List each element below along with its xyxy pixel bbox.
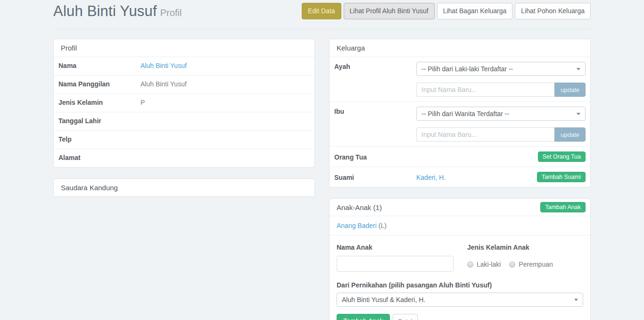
- suami-label: Suami: [334, 173, 416, 181]
- tambah-anak-submit-button[interactable]: Tambah Anak: [337, 314, 390, 320]
- suami-row: Suami Kaderi, H. Tambah Suami: [330, 167, 590, 187]
- keluarga-panel-title: Keluarga: [330, 39, 590, 57]
- ibu-input-group: update: [416, 127, 586, 142]
- main-content: Profil Nama Aluh Binti Yusuf Nama Panggi…: [53, 39, 591, 320]
- child-list-item: Anang Baderi (L): [330, 216, 590, 235]
- ayah-select-value: -- Pilih dari Laki-laki Terdaftar --: [421, 65, 513, 73]
- title-wrap: Aluh Binti YusufProfil: [53, 2, 182, 23]
- row-value: P: [140, 99, 310, 107]
- ayah-update-button[interactable]: update: [554, 83, 586, 97]
- row-label: Nama Panggilan: [58, 80, 140, 89]
- ibu-row: Ibu -- Pilih dari Wanita Terdaftar -- up…: [330, 101, 590, 146]
- set-orang-tua-button[interactable]: Set Orang Tua: [538, 152, 586, 162]
- row-label: Alamat: [58, 154, 140, 162]
- view-family-tree-button[interactable]: Lihat Pohon Keluarga: [515, 3, 591, 19]
- table-row: Telp: [54, 130, 314, 149]
- left-column: Profil Nama Aluh Binti Yusuf Nama Panggi…: [53, 39, 315, 320]
- child-gender-suffix: (L): [377, 222, 387, 229]
- anak-anak-panel: Anak-Anak (1) Tambah Anak Anang Baderi (…: [329, 198, 591, 320]
- child-name-link[interactable]: Anang Baderi: [337, 222, 377, 229]
- page-subtitle: Profil: [160, 8, 182, 18]
- pernikahan-select[interactable]: Aluh Binti Yusuf & Kaderi, H.: [337, 293, 583, 307]
- chevron-down-icon: [577, 113, 580, 115]
- row-value: [140, 135, 310, 144]
- radio-icon[interactable]: [467, 261, 473, 268]
- ayah-select[interactable]: -- Pilih dari Laki-laki Terdaftar --: [416, 62, 586, 76]
- jenis-kelamin-column: Jenis Kelamin Anak Laki-laki Perempuan: [467, 243, 583, 272]
- radio-perempuan-label: Perempuan: [519, 261, 553, 268]
- saudara-kandung-title: Saudara Kandung: [54, 179, 314, 196]
- page-container: Aluh Binti YusufProfil Edit Data Lihat P…: [53, 0, 591, 320]
- table-row: Alamat: [54, 149, 314, 167]
- nama-anak-column: Nama Anak: [337, 243, 454, 272]
- tambah-anak-header-button[interactable]: Tambah Anak: [540, 202, 586, 212]
- radio-laki-laki[interactable]: Laki-laki: [467, 261, 501, 268]
- page-header: Aluh Binti YusufProfil Edit Data Lihat P…: [53, 0, 591, 29]
- form-row: Nama Anak Jenis Kelamin Anak Laki-laki: [337, 243, 583, 272]
- anak-anak-header: Anak-Anak (1) Tambah Anak: [330, 199, 590, 216]
- row-value: Aluh Binti Yusuf: [140, 80, 310, 89]
- ayah-input-group: update: [416, 83, 586, 97]
- radio-icon[interactable]: [509, 261, 515, 268]
- keluarga-panel: Keluarga Ayah -- Pilih dari Laki-laki Te…: [329, 39, 591, 187]
- ibu-update-button[interactable]: update: [554, 127, 586, 142]
- row-label: Telp: [58, 135, 140, 144]
- edit-data-button[interactable]: Edit Data: [302, 3, 341, 19]
- saudara-kandung-panel: Saudara Kandung: [53, 178, 315, 197]
- ayah-new-name-input[interactable]: [416, 83, 554, 97]
- chevron-down-icon: [577, 68, 580, 70]
- table-row: Jenis Kelamin P: [54, 93, 314, 112]
- ibu-select-value: -- Pilih dari Wanita Terdaftar --: [421, 110, 509, 118]
- ibu-controls: -- Pilih dari Wanita Terdaftar -- update: [416, 107, 586, 142]
- pernikahan-select-value: Aluh Binti Yusuf & Kaderi, H.: [342, 296, 425, 303]
- batal-button[interactable]: Batal: [393, 314, 418, 320]
- ibu-select[interactable]: -- Pilih dari Wanita Terdaftar --: [416, 107, 586, 121]
- gender-radio-group: Laki-laki Perempuan: [467, 261, 583, 268]
- top-button-group: Edit Data Lihat Profil Aluh Binti Yusuf …: [302, 2, 591, 19]
- profil-panel-title: Profil: [54, 39, 314, 57]
- right-column: Keluarga Ayah -- Pilih dari Laki-laki Te…: [329, 39, 591, 320]
- nama-anak-label: Nama Anak: [337, 244, 454, 251]
- form-actions: Tambah Anak Batal: [337, 314, 583, 320]
- chevron-down-icon: [574, 299, 578, 301]
- orang-tua-label: Orang Tua: [334, 152, 416, 161]
- orang-tua-row: Orang Tua Set Orang Tua: [330, 146, 590, 167]
- table-row: Nama Panggilan Aluh Binti Yusuf: [54, 75, 314, 93]
- profil-panel: Profil Nama Aluh Binti Yusuf Nama Panggi…: [53, 39, 315, 168]
- nama-anak-input[interactable]: [337, 256, 454, 272]
- row-value: [140, 117, 310, 126]
- radio-perempuan[interactable]: Perempuan: [509, 261, 553, 268]
- view-profile-button[interactable]: Lihat Profil Aluh Binti Yusuf: [344, 3, 435, 19]
- dari-pernikahan-label: Dari Pernikahan (pilih pasangan Aluh Bin…: [337, 281, 583, 289]
- suami-name-link[interactable]: Kaderi, H.: [416, 174, 446, 181]
- row-label: Jenis Kelamin: [58, 99, 140, 107]
- profile-name-link[interactable]: Aluh Binti Yusuf: [140, 62, 187, 69]
- row-label: Tanggal Lahir: [58, 117, 140, 126]
- row-value: [140, 154, 310, 162]
- add-child-form: Nama Anak Jenis Kelamin Anak Laki-laki: [330, 235, 590, 320]
- page-title: Aluh Binti Yusuf: [53, 3, 157, 19]
- jenis-kelamin-anak-label: Jenis Kelamin Anak: [467, 244, 583, 251]
- row-label: Nama: [58, 62, 140, 70]
- tambah-suami-button[interactable]: Tambah Suami: [537, 172, 586, 182]
- view-family-chart-button[interactable]: Lihat Bagan Keluarga: [437, 3, 513, 19]
- ibu-new-name-input[interactable]: [416, 127, 554, 142]
- ayah-row: Ayah -- Pilih dari Laki-laki Terdaftar -…: [330, 57, 590, 101]
- table-row: Nama Aluh Binti Yusuf: [54, 57, 314, 75]
- radio-laki-laki-label: Laki-laki: [477, 261, 501, 268]
- anak-anak-title: Anak-Anak (1): [337, 203, 382, 211]
- ayah-controls: -- Pilih dari Laki-laki Terdaftar -- upd…: [416, 62, 586, 97]
- ayah-label: Ayah: [334, 62, 416, 97]
- ibu-label: Ibu: [334, 107, 416, 142]
- table-row: Tanggal Lahir: [54, 112, 314, 130]
